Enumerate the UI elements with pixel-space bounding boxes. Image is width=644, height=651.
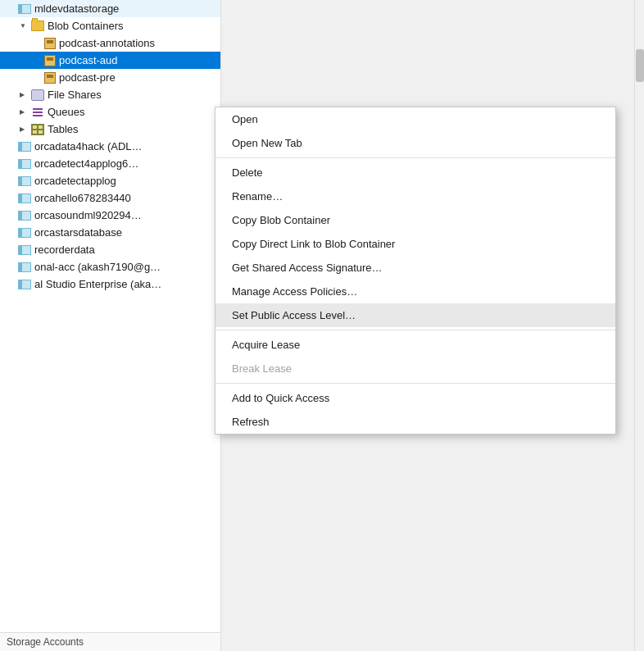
context-menu-item-label: Set Public Access Level… [232,309,356,321]
context-menu-item-copy-blob-container[interactable]: Copy Blob Container [215,208,615,232]
context-menu-separator [215,330,615,330]
context-menu-item-label: Open New Tab [232,137,302,149]
tree-item-label: orcadetectapplog [34,175,116,187]
tree-item-blob-containers[interactable]: ▼Blob Containers [0,17,220,34]
tree-item-label: podcast-annotations [59,37,155,49]
tree-item-label: podcast-aud [59,54,118,66]
context-menu-item-label: Open [232,113,258,125]
tree-item-podcast-pre[interactable]: podcast-pre [0,69,220,86]
blob-icon [44,55,56,66]
context-menu-item-label: Delete [232,166,263,179]
tree-item-orcadetect4applog6[interactable]: orcadetect4applog6… [0,155,220,172]
tree-item-label: File Shares [48,89,102,101]
tree-item-al-studio[interactable]: al Studio Enterprise (aka… [0,275,220,293]
tree-item-orcahello678283440[interactable]: orcahello678283440 [0,189,220,207]
context-menu-item-set-public-access[interactable]: Set Public Access Level… [215,303,615,327]
storage-icon [18,142,31,152]
expand-arrow: ▶ [20,91,29,98]
tree-item-mldevdatastorage[interactable]: mldevdatastorage [0,0,220,17]
context-menu-item-open-new-tab[interactable]: Open New Tab [215,131,615,155]
context-menu-item-label: Copy Direct Link to Blob Container [232,238,395,250]
blob-icon [44,72,56,84]
queues-icon [31,107,44,118]
context-menu-item-label: Get Shared Access Signature… [232,262,383,274]
tree-item-label: orcasoundml920294… [34,209,142,221]
tree-item-tables[interactable]: ▶Tables [0,121,220,138]
tree-item-label: recorderdata [34,244,95,256]
tree-item-podcast-aud[interactable]: podcast-aud [0,52,220,69]
tree-item-label: Tables [48,123,79,135]
tree-item-orcadetectapplog[interactable]: orcadetectapplog [0,172,220,189]
tree-item-recorderdata[interactable]: recorderdata [0,241,220,258]
storage-icon [18,262,31,272]
storage-icon [18,193,31,203]
context-menu-item-label: Acquire Lease [232,339,300,351]
tree-item-label: orcadata4hack (ADL… [34,140,143,153]
tree-item-label: podcast-pre [59,71,116,84]
tree-item-label: Blob Containers [48,20,124,32]
bottom-bar: Storage Accounts [0,632,221,651]
expand-arrow: ▼ [20,22,29,30]
context-menu-separator [215,383,615,384]
storage-icon [18,211,31,221]
tree-item-label: orcadetect4applog6… [34,157,138,170]
tree-item-podcast-annotations[interactable]: podcast-annotations [0,34,220,52]
storage-icon [18,228,31,238]
expand-arrow: ▶ [20,108,29,116]
storage-icon [18,159,31,169]
scrollbar[interactable] [634,0,644,651]
context-menu-item-label: Rename… [232,190,283,203]
blob-folder-icon [31,20,44,31]
context-menu-item-label: Refresh [232,416,270,428]
context-menu-item-label: Copy Blob Container [232,214,330,226]
blob-icon [44,38,56,49]
tree-item-queues[interactable]: ▶Queues [0,103,220,121]
tree-item-orcadata4hack[interactable]: orcadata4hack (ADL… [0,138,220,155]
scrollbar-thumb[interactable] [636,49,644,82]
tree-item-label: al Studio Enterprise (aka… [34,278,161,290]
expand-arrow: ▶ [20,125,29,133]
context-menu-item-copy-direct-link[interactable]: Copy Direct Link to Blob Container [215,232,615,256]
tree-item-file-shares[interactable]: ▶File Shares [0,86,220,103]
tree-item-orcasoundml920294[interactable]: orcasoundml920294… [0,207,220,224]
storage-icon [18,176,31,186]
bottom-bar-label: Storage Accounts [7,636,84,648]
storage-icon [18,4,31,14]
context-menu-item-refresh[interactable]: Refresh [215,410,615,434]
context-menu-item-manage-access[interactable]: Manage Access Policies… [215,280,615,303]
tree-item-onal-acc[interactable]: onal-acc (akash7190@g… [0,258,220,275]
context-menu-item-label: Manage Access Policies… [232,285,357,298]
fileshare-icon [31,89,44,101]
tree-item-label: orcastarsdatabase [34,226,122,239]
context-menu-separator [215,157,615,158]
context-menu-item-rename[interactable]: Rename… [215,184,615,208]
tree-item-label: orcahello678283440 [34,192,131,204]
context-menu-item-add-quick-access[interactable]: Add to Quick Access [215,386,615,410]
context-menu-item-break-lease: Break Lease [215,357,615,380]
context-menu-item-open[interactable]: Open [215,107,615,131]
context-menu-item-delete[interactable]: Delete [215,161,615,184]
context-menu-item-get-shared-access[interactable]: Get Shared Access Signature… [215,256,615,280]
tree-panel: mldevdatastorage▼Blob Containerspodcast-… [0,0,221,651]
context-menu: OpenOpen New TabDeleteRename…Copy Blob C… [215,107,616,435]
tree-item-label: mldevdatastorage [34,2,119,15]
tree-item-label: onal-acc (akash7190@g… [34,261,161,273]
context-menu-item-label: Add to Quick Access [232,392,329,404]
context-menu-item-label: Break Lease [232,362,292,375]
tree-item-orcastarsdatabase[interactable]: orcastarsdatabase [0,224,220,241]
storage-icon [18,245,31,255]
tree-item-label: Queues [48,106,85,118]
tables-icon [31,124,44,135]
context-menu-item-acquire-lease[interactable]: Acquire Lease [215,333,615,357]
storage-icon [18,280,31,289]
